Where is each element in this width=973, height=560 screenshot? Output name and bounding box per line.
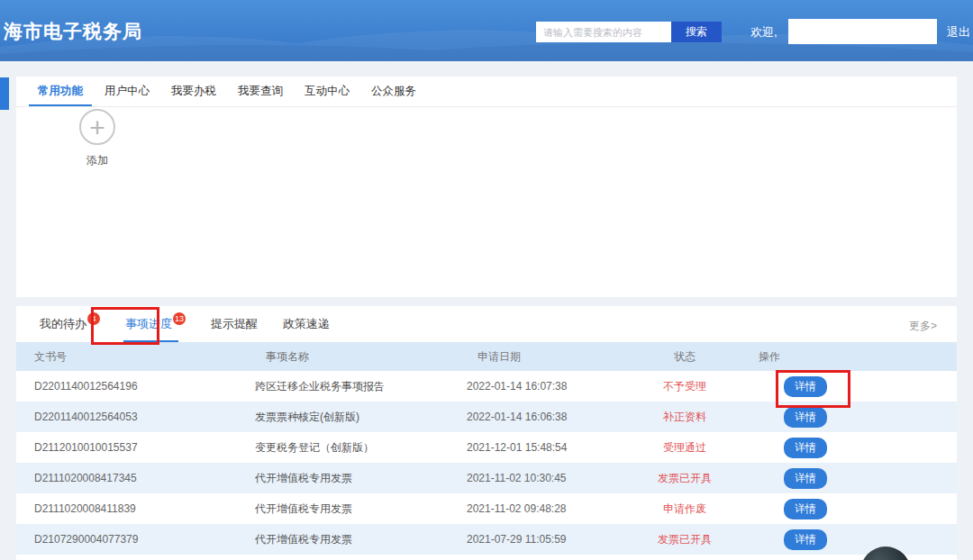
- apply-date-cell: 2021-07-29 11:05:59: [467, 533, 622, 546]
- detail-button[interactable]: 详情: [784, 529, 827, 550]
- notification-badge: 13: [173, 312, 186, 325]
- nav-tab-2[interactable]: 我要办税: [169, 77, 218, 106]
- nav-tab-3[interactable]: 我要查询: [236, 77, 285, 106]
- doc-no-cell: D2112010010015537: [34, 441, 255, 454]
- status-cell: 补正资料: [622, 410, 748, 425]
- tasks-tab-label: 事项进度: [125, 317, 172, 330]
- tasks-tab-label: 提示提醒: [211, 317, 258, 330]
- doc-no-cell: D2107290004077379: [34, 533, 255, 546]
- status-cell: 发票已开具: [622, 532, 748, 547]
- top-header: 海市电子税务局 搜索 欢迎, 退出: [0, 0, 973, 61]
- progress-table: 文书号事项名称申请日期状态操作 D2201140012564196跨区迁移企业税…: [16, 342, 957, 555]
- logout-link[interactable]: 退出: [947, 24, 970, 41]
- item-name-cell: 跨区迁移企业税务事项报告: [255, 379, 467, 394]
- tasks-tab-label: 我的待办: [40, 317, 86, 330]
- table-row: D2201140012564053发票票种核定(创新版)2022-01-14 1…: [16, 402, 957, 432]
- action-cell: 详情: [748, 529, 957, 550]
- plus-icon: +: [79, 109, 115, 145]
- table-header-row: 文书号事项名称申请日期状态操作: [16, 342, 957, 371]
- add-function-button[interactable]: + 添加: [72, 109, 123, 168]
- action-cell: 详情: [748, 407, 957, 428]
- item-name-cell: 代开增值税专用发票: [255, 532, 467, 547]
- add-label: 添加: [72, 153, 123, 168]
- nav-tab-4[interactable]: 互动中心: [303, 77, 351, 106]
- tasks-tab-0[interactable]: 我的待办4: [38, 316, 102, 332]
- detail-button[interactable]: 详情: [784, 438, 827, 458]
- search-button[interactable]: 搜索: [671, 22, 722, 42]
- item-name-cell: 代开增值税专用发票: [255, 501, 467, 517]
- column-header-4: 操作: [748, 349, 957, 365]
- status-cell: 发票已开具: [622, 471, 748, 486]
- action-cell: 详情: [748, 376, 957, 397]
- column-header-1: 事项名称: [255, 349, 467, 365]
- apply-date-cell: 2021-11-02 10:30:45: [467, 472, 622, 484]
- functions-panel: 常用功能用户中心我要办税我要查询互动中心公众服务 + 添加: [16, 77, 957, 297]
- search-group: 搜索: [536, 22, 722, 42]
- table-row: D2111020008417345代开增值税专用发票2021-11-02 10:…: [16, 463, 957, 493]
- doc-no-cell: D2201140012564053: [34, 411, 255, 423]
- status-cell: 申请作废: [622, 501, 748, 517]
- detail-button[interactable]: 详情: [784, 499, 827, 519]
- nav-tab-1[interactable]: 用户中心: [103, 77, 151, 106]
- action-cell: 详情: [748, 468, 957, 489]
- detail-button[interactable]: 详情: [784, 407, 827, 428]
- search-input[interactable]: [536, 22, 671, 42]
- apply-date-cell: 2021-11-02 09:48:28: [467, 502, 622, 515]
- doc-no-cell: D2111020008417345: [34, 472, 255, 484]
- item-name-cell: 代开增值税专用发票: [255, 471, 467, 486]
- action-cell: 详情: [748, 438, 957, 458]
- column-header-0: 文书号: [34, 349, 255, 365]
- main-nav: 常用功能用户中心我要办税我要查询互动中心公众服务: [16, 77, 957, 107]
- tasks-tab-2[interactable]: 提示提醒: [209, 316, 259, 332]
- notification-badge: 4: [87, 312, 100, 325]
- column-header-3: 状态: [622, 349, 748, 365]
- table-body: D2201140012564196跨区迁移企业税务事项报告2022-01-14 …: [16, 371, 957, 555]
- action-cell: 详情: [748, 499, 957, 519]
- more-link[interactable]: 更多>: [909, 319, 937, 334]
- table-row: D2111020008411839代开增值税专用发票2021-11-02 09:…: [16, 493, 957, 524]
- doc-no-cell: D2201140012564196: [34, 380, 255, 393]
- site-title: 海市电子税务局: [4, 19, 142, 44]
- column-header-2: 申请日期: [467, 349, 622, 365]
- apply-date-cell: 2022-01-14 16:07:38: [467, 380, 622, 393]
- table-row: D2201140012564196跨区迁移企业税务事项报告2022-01-14 …: [16, 371, 957, 402]
- apply-date-cell: 2021-12-01 15:48:54: [467, 441, 622, 454]
- tasks-tabs: 我的待办4事项进度13提示提醒政策速递: [16, 306, 957, 342]
- nav-tab-0[interactable]: 常用功能: [36, 77, 85, 106]
- table-row: D2112010010015537变更税务登记（创新版）2021-12-01 1…: [16, 432, 957, 463]
- apply-date-cell: 2022-01-14 16:06:38: [467, 411, 622, 423]
- detail-button[interactable]: 详情: [784, 376, 827, 397]
- tasks-panel: 我的待办4事项进度13提示提醒政策速递 更多> 文书号事项名称申请日期状态操作 …: [16, 306, 957, 560]
- username-box: [788, 19, 937, 44]
- tasks-tab-3[interactable]: 政策速递: [281, 316, 332, 332]
- detail-button[interactable]: 详情: [784, 468, 827, 489]
- nav-tab-5[interactable]: 公众服务: [369, 77, 418, 106]
- doc-no-cell: D2111020008411839: [34, 502, 255, 515]
- table-row: D2107290004077379代开增值税专用发票2021-07-29 11:…: [16, 524, 957, 555]
- item-name-cell: 发票票种核定(创新版): [255, 410, 467, 425]
- status-cell: 不予受理: [622, 379, 748, 394]
- item-name-cell: 变更税务登记（创新版）: [255, 440, 467, 456]
- tasks-tab-1[interactable]: 事项进度13: [123, 316, 187, 332]
- welcome-label: 欢迎,: [750, 24, 777, 41]
- status-cell: 受理通过: [622, 440, 748, 456]
- side-edge-tab[interactable]: [0, 77, 9, 110]
- tasks-tab-label: 政策速递: [283, 317, 330, 330]
